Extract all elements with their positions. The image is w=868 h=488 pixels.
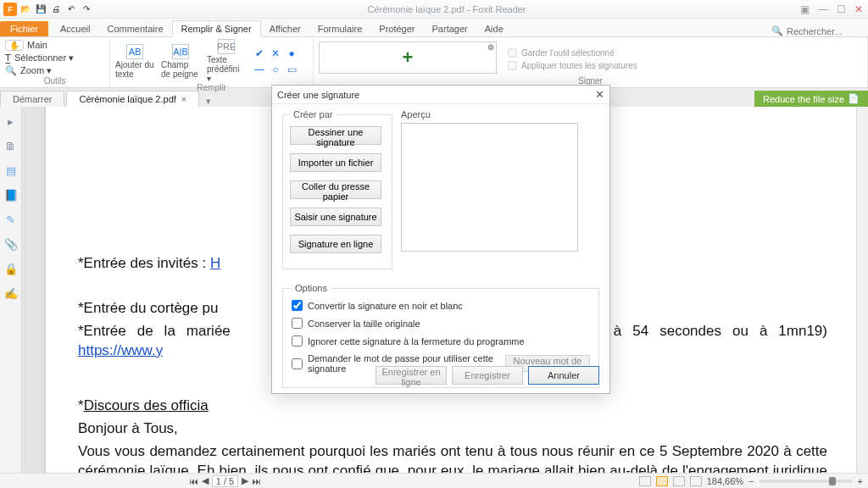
opt-discard-on-close[interactable]: Ignorer cette signature à la fermeture d… [292,336,590,347]
save-online-button: Enregistrer en ligne [376,366,447,385]
type-signature-button[interactable]: Saisir une signature [290,208,381,226]
dialog-titlebar: Créer une signature ✕ [272,86,609,104]
save-button: Enregistrer [452,366,523,385]
cancel-button[interactable]: Annuler [528,366,599,385]
import-file-button[interactable]: Importer un fichier [290,153,381,172]
modal-layer: Créer une signature ✕ Créer par Dessiner… [0,0,868,488]
draw-signature-button[interactable]: Dessiner une signature [290,126,381,145]
create-signature-dialog: Créer une signature ✕ Créer par Dessiner… [271,85,610,394]
opt-keep-size[interactable]: Conserver la taille originale [292,318,590,329]
preview-box [401,123,578,252]
dialog-title: Créer une signature [277,90,359,100]
opt-convert-bw[interactable]: Convertir la signature en noir et blanc [292,300,590,311]
options-legend: Options [292,283,331,293]
paste-clipboard-button[interactable]: Coller du presse papier [290,180,381,199]
dialog-close-icon[interactable]: ✕ [595,88,604,101]
online-signature-button[interactable]: Signature en ligne [290,235,381,253]
create-by-legend: Créer par [290,109,336,119]
preview-label: Aperçu [401,109,578,119]
